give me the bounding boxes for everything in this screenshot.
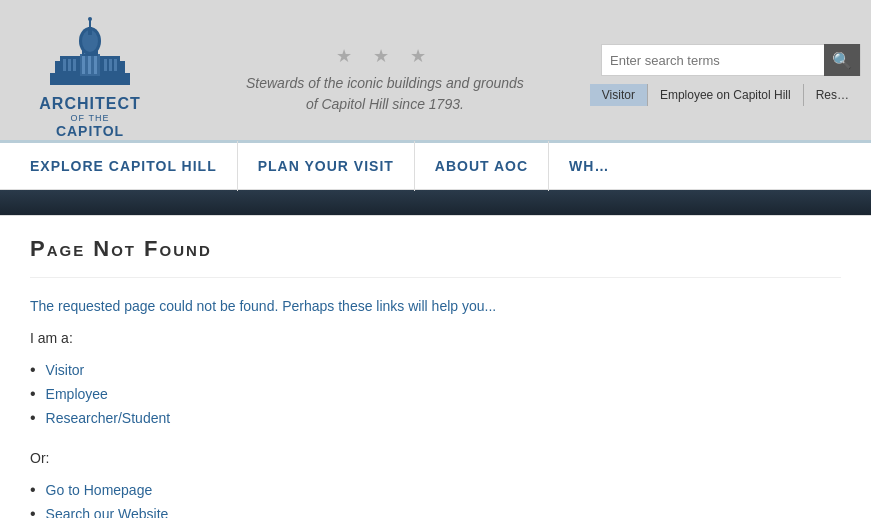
or-label: Or: <box>30 450 841 466</box>
nav-item-more[interactable]: Wh… <box>549 141 629 191</box>
link-go-to-homepage[interactable]: Go to Homepage <box>46 482 153 498</box>
header-tab-researcher[interactable]: Res… <box>804 84 861 106</box>
link-visitor[interactable]: Visitor <box>46 362 85 378</box>
svg-rect-7 <box>73 59 76 71</box>
main-content: Page Not Found The requested page could … <box>0 215 871 518</box>
svg-rect-9 <box>109 59 112 71</box>
list-item-researcher: Researcher/Student <box>30 406 841 430</box>
list-item-employee: Employee <box>30 382 841 406</box>
tagline-area: ★ ★ ★ Stewards of the iconic buildings a… <box>180 25 590 115</box>
svg-rect-13 <box>88 56 91 74</box>
list-item-homepage: Go to Homepage <box>30 478 841 502</box>
svg-point-23 <box>88 17 92 21</box>
svg-rect-22 <box>89 20 91 27</box>
search-button[interactable]: 🔍 <box>824 44 860 76</box>
svg-rect-14 <box>94 56 97 74</box>
svg-rect-4 <box>110 61 125 76</box>
stars-decoration: ★ ★ ★ <box>336 45 434 67</box>
svg-rect-3 <box>55 61 70 76</box>
site-header: ARCHITECT OF THE CAPITOL ★ ★ ★ Stewards … <box>0 0 871 140</box>
iam-link-list: Visitor Employee Researcher/Student <box>30 358 841 430</box>
capitol-logo <box>45 1 135 91</box>
search-input[interactable] <box>602 53 824 68</box>
link-search-our-website[interactable]: Search our Website <box>46 506 169 518</box>
list-item-search: Search our Website <box>30 502 841 518</box>
page-title: Page Not Found <box>30 236 841 278</box>
nav-item-plan[interactable]: Plan Your Visit <box>238 141 415 191</box>
iam-label: I am a: <box>30 330 841 346</box>
error-message: The requested page could not be found. P… <box>30 298 841 314</box>
svg-rect-12 <box>82 56 85 74</box>
header-tabs: Visitor Employee on Capitol Hill Res… <box>590 84 861 106</box>
svg-rect-8 <box>104 59 107 71</box>
link-employee[interactable]: Employee <box>46 386 108 402</box>
list-item-visitor: Visitor <box>30 358 841 382</box>
search-bar[interactable]: 🔍 <box>601 44 861 76</box>
logo-title-line1: ARCHITECT <box>39 95 140 113</box>
link-researcher-student[interactable]: Researcher/Student <box>46 410 171 426</box>
hero-strip <box>0 190 871 215</box>
svg-rect-6 <box>68 59 71 71</box>
logo-title-line2: OF THE <box>39 113 140 123</box>
svg-rect-21 <box>88 27 92 35</box>
tagline: Stewards of the iconic buildings and gro… <box>246 73 524 115</box>
nav-item-about[interactable]: About AOC <box>415 141 549 191</box>
or-link-list: Go to Homepage Search our Website Contac… <box>30 478 841 518</box>
svg-rect-5 <box>63 59 66 71</box>
header-tab-employee[interactable]: Employee on Capitol Hill <box>648 84 804 106</box>
svg-rect-10 <box>114 59 117 71</box>
header-tab-visitor[interactable]: Visitor <box>590 84 648 106</box>
header-right: 🔍 Visitor Employee on Capitol Hill Res… <box>590 34 871 106</box>
logo-title-line3: CAPITOL <box>39 123 140 139</box>
logo-area: ARCHITECT OF THE CAPITOL <box>0 0 180 149</box>
